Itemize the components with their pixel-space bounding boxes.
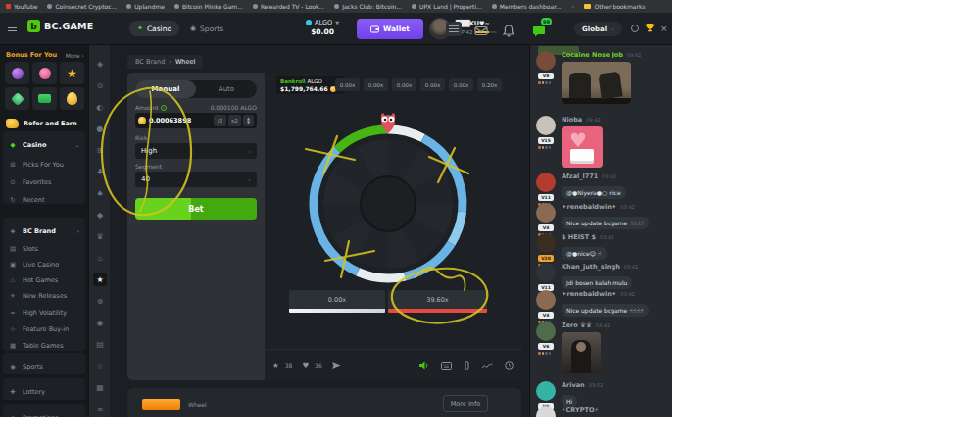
bookmark-item[interactable]: Coinsecret Cryptoc... [47, 3, 117, 10]
bcgame-logo[interactable]: b BC.GAME [27, 20, 93, 32]
chat-rules-icon[interactable] [631, 25, 639, 32]
bookmark-item[interactable]: Members dashboar... [492, 3, 562, 10]
chat-avatar[interactable] [536, 173, 556, 192]
currency-selector[interactable]: ALGO ▼ $0.00 [294, 19, 351, 36]
chat-username[interactable]: Zero ♛♛ [562, 322, 592, 329]
sidebar-item-slots[interactable]: ▤Slots [3, 241, 85, 256]
chat-avatar[interactable] [536, 290, 556, 310]
chat-avatar[interactable] [536, 51, 556, 71]
sidebar-item-feature-buy-in[interactable]: ☆Feature Buy-in [3, 322, 85, 336]
sidebar-item-sports[interactable]: ◉Sports [3, 359, 85, 373]
bookmark-item[interactable]: UPX Land | Properti... [412, 3, 482, 10]
bookmark-item[interactable]: Bitcoin Plinko Gam... [174, 3, 243, 10]
wallet-button[interactable]: Wallet [357, 19, 423, 39]
bet-list-icon[interactable] [446, 22, 462, 36]
double-bet-button[interactable]: x2 [228, 115, 241, 126]
trophy-icon[interactable] [645, 23, 655, 34]
bookmarks-overflow-icon[interactable]: » [571, 3, 575, 10]
segment-select[interactable]: 40 › [135, 172, 257, 187]
chat-username[interactable]: $ HEIST $ [562, 233, 596, 241]
rail-category-icon[interactable]: ◐ [93, 100, 107, 114]
sidebar-item-promotions[interactable]: ◇Promotions [3, 410, 85, 417]
chat-username[interactable]: ⚡CRYPTO⚡ [562, 406, 599, 414]
bookmark-item[interactable]: Rewarded TV - Look... [253, 3, 324, 10]
hotkeys-keyboard-icon[interactable] [441, 362, 452, 370]
rail-category-icon[interactable]: ⊕ [93, 294, 107, 308]
bet-button[interactable]: Bet [135, 198, 257, 220]
rail-category-icon[interactable]: ▦ [93, 380, 107, 394]
chat-avatar[interactable] [536, 116, 556, 135]
bonus-tile[interactable] [32, 87, 57, 110]
rail-category-icon[interactable]: ∞ [93, 402, 107, 416]
manual-tab[interactable]: Manual [135, 80, 196, 98]
bonus-tile[interactable]: ★ [60, 62, 84, 84]
tab-casino[interactable]: ✦ Casino [129, 21, 179, 36]
sidebar-item-hot-games[interactable]: ♨Hot Games [3, 273, 85, 287]
rail-category-icon[interactable]: ◆ [93, 208, 107, 222]
sidebar-item-bc-brand[interactable]: ◈BC Brand› [3, 223, 85, 238]
rail-category-icon[interactable]: ⊙ [93, 78, 107, 92]
bonus-tile[interactable] [60, 87, 84, 110]
bonus-tile[interactable] [5, 87, 29, 110]
chat-username[interactable]: Nioba [562, 116, 582, 124]
refer-and-earn[interactable]: Refer and Earn [0, 114, 88, 133]
sidebar-item-high-volatility[interactable]: ≈High Volatility [3, 305, 85, 320]
bookmark-item[interactable]: Jacks Club: Bitcoin... [334, 3, 402, 10]
rail-category-icon[interactable]: ♣ [93, 165, 107, 178]
breadcrumb[interactable]: BC Brand › Wheel [127, 55, 203, 69]
bonus-more-link[interactable]: More › [66, 52, 84, 59]
chat-username[interactable]: Khan_juth_singh [562, 263, 620, 271]
rail-category-icon[interactable]: ♛ [93, 229, 107, 243]
hamburger-menu-icon[interactable] [8, 25, 17, 31]
rail-category-icon[interactable]: ♨ [93, 251, 107, 265]
chat-avatar[interactable] [536, 203, 556, 223]
rail-category-icon[interactable]: ◈ [93, 57, 107, 71]
sidebar-item-picks-for-you[interactable]: ⊞Picks For You [3, 157, 85, 172]
amount-input[interactable]: 0.00063898 /2 x2 ▲▼ [135, 113, 257, 128]
sidebar-item-casino[interactable]: ◆Casino⌄ [3, 137, 85, 152]
rail-category-icon[interactable]: ◉ [93, 316, 107, 329]
chat-close-icon[interactable]: × [661, 24, 668, 33]
chat-username[interactable]: ✦renebaldwin✦ [562, 290, 616, 298]
favorite-star-icon[interactable]: ★ [272, 361, 279, 370]
tab-sports[interactable]: ◉ Sports [182, 21, 231, 36]
more-info-button[interactable]: More Info [443, 395, 488, 412]
rail-category-icon[interactable]: ▤ [93, 337, 107, 351]
auto-tab[interactable]: Auto [196, 80, 257, 98]
rail-category-icon[interactable]: ♠ [93, 186, 107, 200]
seed-icon[interactable] [464, 361, 470, 370]
chat-username[interactable]: Afzal_l771 [562, 173, 598, 180]
rail-category-icon[interactable]: ★ [93, 273, 107, 286]
amount-stepper[interactable]: ▲▼ [243, 115, 254, 126]
other-bookmarks[interactable]: Other bookmarks [584, 3, 645, 10]
chat-username[interactable]: Arivan [562, 381, 585, 389]
bookmark-item[interactable]: YouTube [6, 3, 37, 10]
breadcrumb-parent[interactable]: BC Brand [135, 58, 165, 66]
chat-avatar[interactable] [536, 381, 556, 401]
sidebar-item-new-releases[interactable]: ✈New Releases [3, 288, 85, 303]
sidebar-item-recent[interactable]: ↻Recent [3, 192, 85, 207]
chat-username[interactable]: ✦renebaldwin✦ [562, 203, 616, 211]
sidebar-item-lottery[interactable]: ✚Lottery [3, 384, 85, 399]
sidebar-item-favorites[interactable]: ⊙Favorites [3, 174, 85, 189]
chat-avatar[interactable] [536, 263, 556, 282]
trends-icon[interactable] [482, 362, 493, 370]
risk-select[interactable]: High › [135, 143, 257, 159]
share-icon[interactable] [332, 362, 341, 370]
chat-avatar[interactable] [536, 322, 556, 341]
like-heart-icon[interactable]: ♥ [302, 361, 309, 370]
history-clock-icon[interactable] [505, 361, 514, 370]
rail-category-icon[interactable]: ☆ [93, 359, 107, 372]
chat-channel-selector[interactable]: Global › [574, 22, 622, 36]
bookmark-item[interactable]: Uplandme [126, 3, 165, 10]
chat-avatar[interactable] [536, 406, 556, 417]
half-bet-button[interactable]: /2 [214, 115, 226, 126]
rail-category-icon[interactable]: ● [93, 122, 107, 135]
sound-icon[interactable] [419, 361, 429, 370]
notifications-bell-icon[interactable] [502, 23, 515, 35]
chat-username[interactable]: Cocaine Nose Job [562, 51, 623, 59]
sidebar-item-live-casino[interactable]: ▣Live Casino [3, 257, 85, 272]
sidebar-item-table-games[interactable]: ▦Table Games [3, 338, 85, 353]
bonus-tile[interactable] [32, 62, 57, 84]
bonus-tile[interactable] [5, 62, 29, 84]
